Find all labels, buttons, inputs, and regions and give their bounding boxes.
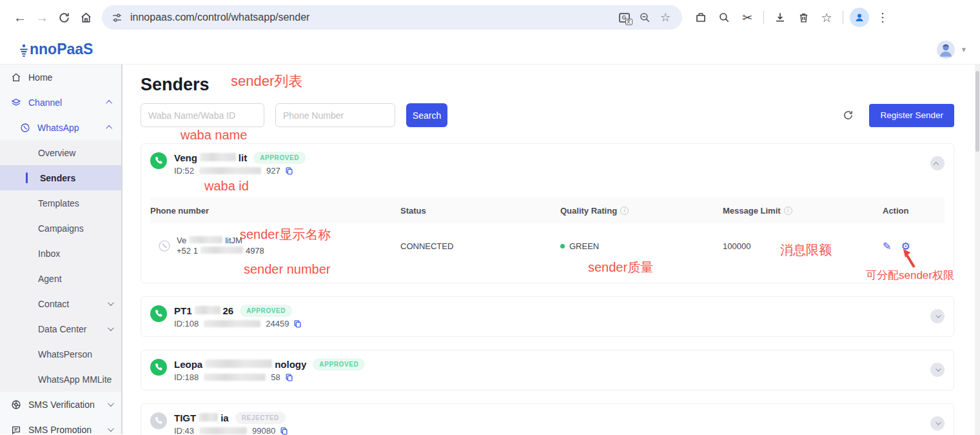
waba-id: ID:18858 <box>174 372 923 382</box>
redacted-text <box>199 167 261 174</box>
col-message-limit: Message Limit i <box>723 206 883 216</box>
sidebar-item-home[interactable]: Home <box>0 65 121 90</box>
col-phone-number: Phone number <box>150 206 400 216</box>
download-icon[interactable] <box>769 6 791 28</box>
sender-display-name: VelitJM <box>177 236 264 246</box>
redacted-text <box>204 374 266 381</box>
register-sender-button[interactable]: Register Sender <box>869 104 954 127</box>
sidebar-item-whatsapp-mmlite[interactable]: WhatsApp MMLite <box>0 367 121 392</box>
sidebar-item-inbox[interactable]: Inbox <box>0 241 121 266</box>
page-scrollbar[interactable] <box>975 65 980 435</box>
sidebar-item-contact[interactable]: Contact <box>0 291 121 316</box>
selected-indicator <box>26 172 28 183</box>
sidebar-item-agent[interactable]: Agent <box>0 266 121 291</box>
expand-card-button[interactable] <box>930 416 945 430</box>
translate-icon[interactable]: G <box>614 7 634 28</box>
collapse-card-button[interactable] <box>930 156 945 170</box>
sidebar-item-senders[interactable]: Senders <box>0 165 121 190</box>
redacted-text <box>189 236 222 243</box>
waba-search-input[interactable] <box>141 103 264 127</box>
copy-icon[interactable] <box>280 427 288 435</box>
wheel-icon <box>10 400 22 410</box>
logo-i-icon <box>19 43 28 58</box>
refresh-icon[interactable] <box>838 106 858 125</box>
sender-card: PT126 APPROVED ID:10824459 <box>141 296 954 337</box>
zoom-out-icon[interactable] <box>634 7 655 28</box>
innopaas-logo[interactable]: nnoPaaS <box>19 41 93 58</box>
waba-id: ID:10824459 <box>174 319 923 329</box>
waba-name: PT126 APPROVED <box>174 304 923 317</box>
settings-gear-icon[interactable]: ⚙ <box>901 240 910 252</box>
filter-bar: Search Register Sender <box>141 103 954 127</box>
sidebar-item-templates[interactable]: Templates <box>0 190 121 216</box>
chevron-down-icon <box>108 425 114 432</box>
search-extension-icon[interactable] <box>713 6 735 28</box>
status-badge: APPROVED <box>253 152 306 164</box>
message-limit-cell: 100000 <box>723 241 883 251</box>
sidebar-item-sms-promotion[interactable]: SMS Promotion <box>0 417 121 435</box>
sidebar-item-data-center[interactable]: Data Center <box>0 316 121 341</box>
copy-icon[interactable] <box>293 319 302 329</box>
action-cell: ✎ ⚙ <box>883 240 945 252</box>
url-bar[interactable]: innopaas.com/control/whatsapp/sender G ☆ <box>102 5 682 30</box>
info-icon[interactable]: i <box>784 207 792 215</box>
scissors-icon[interactable]: ✂ <box>736 6 758 28</box>
home-icon[interactable] <box>75 6 97 28</box>
browser-extensions-area: ✂ ☆ ⋮ <box>690 6 894 28</box>
browser-toolbar: ← → innopaas.com/control/whatsapp/sender… <box>0 0 980 35</box>
screen: ← → innopaas.com/control/whatsapp/sender… <box>0 0 980 435</box>
waba-id: ID:52927 <box>174 166 923 176</box>
extension-box-icon[interactable] <box>690 6 712 28</box>
main-content: Senders Search Register Sender <box>122 65 980 434</box>
edit-icon[interactable]: ✎ <box>883 240 891 252</box>
avatar-caret-icon[interactable]: ▾ <box>961 45 966 54</box>
sidebar-item-whatsapp[interactable]: WhatsApp <box>0 115 121 140</box>
site-settings-icon[interactable] <box>107 8 126 27</box>
bookmark-star-icon[interactable]: ☆ <box>655 7 676 28</box>
forward-icon[interactable]: → <box>31 6 53 28</box>
sender-card-list: Venglit APPROVED ID:52927 <box>141 143 954 435</box>
trash-icon[interactable] <box>792 6 814 28</box>
back-icon[interactable]: ← <box>9 6 31 28</box>
whatsapp-icon <box>150 152 167 169</box>
url-text[interactable]: innopaas.com/control/whatsapp/sender <box>130 12 614 23</box>
waba-name: Leopanology APPROVED <box>174 358 923 370</box>
sidebar-item-sms-verification[interactable]: SMS Verification <box>0 392 121 417</box>
col-quality-rating: Quality Rating i <box>560 206 723 216</box>
browser-menu-icon[interactable]: ⋮ <box>872 6 894 28</box>
status-badge: APPROVED <box>313 358 365 370</box>
redacted-text <box>205 359 272 368</box>
chevron-down-icon <box>108 299 114 306</box>
table-header-row: Phone number Status Quality Rating i Mes… <box>150 197 945 223</box>
phone-cell: VelitJM +52 14978 <box>150 236 400 256</box>
info-icon[interactable]: i <box>620 207 629 215</box>
phone-search-input[interactable] <box>275 103 395 127</box>
sender-phone-number: +52 14978 <box>177 246 264 256</box>
sidebar-item-overview[interactable]: Overview <box>0 140 121 165</box>
logo-text: nnoPaaS <box>30 41 93 58</box>
expand-card-button[interactable] <box>930 309 945 323</box>
reload-icon[interactable] <box>53 6 75 28</box>
copy-icon[interactable] <box>285 167 293 176</box>
waba-name: TIGTia REJECTED <box>174 411 923 424</box>
chevron-down-icon <box>936 420 941 425</box>
sidebar-item-channel[interactable]: Channel <box>0 90 121 115</box>
app-header: nnoPaaS ▾ <box>0 35 980 65</box>
chevron-down-icon <box>108 325 114 331</box>
scrollbar-thumb[interactable] <box>975 71 979 152</box>
sidebar-item-campaigns[interactable]: Campaigns <box>0 216 121 241</box>
redacted-text <box>195 306 220 314</box>
sidebar-item-whatsperson[interactable]: WhatsPerson <box>0 341 121 367</box>
whatsapp-submenu: Overview Senders Templates Campaigns Inb… <box>0 140 121 392</box>
extension-star-icon[interactable]: ☆ <box>816 6 838 28</box>
profile-avatar-icon[interactable] <box>848 6 870 28</box>
redacted-text <box>204 320 260 327</box>
redacted-text <box>199 427 247 434</box>
waba-id: ID:4399080 <box>174 426 923 435</box>
home-nav-icon <box>10 72 22 83</box>
sender-card: TIGTia REJECTED ID:4399080 <box>141 403 954 435</box>
expand-card-button[interactable] <box>930 363 945 377</box>
search-button[interactable]: Search <box>406 103 447 127</box>
copy-icon[interactable] <box>285 373 293 382</box>
user-avatar[interactable] <box>937 41 955 59</box>
